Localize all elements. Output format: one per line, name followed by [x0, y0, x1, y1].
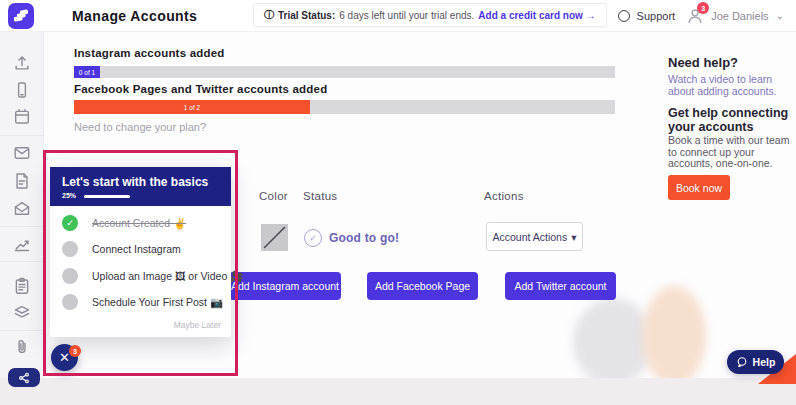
upload-icon	[13, 54, 31, 72]
todo-dot-icon	[62, 241, 78, 257]
check-icon: ✓	[309, 233, 317, 243]
paperclip-icon	[13, 338, 31, 356]
sidebar-item-paperclip[interactable]	[13, 338, 31, 356]
check-icon: ✓	[66, 218, 74, 228]
book-time-text: Book a time with our team to connect up …	[668, 135, 792, 170]
chat-bubble-icon	[736, 356, 748, 368]
caret-down-icon: ▾	[571, 231, 576, 243]
sidebar-item-upload[interactable]	[13, 54, 31, 72]
account-status-text: Good to go!	[329, 231, 399, 245]
illustration-peach-blob	[642, 286, 706, 386]
support-icon	[618, 10, 630, 22]
notifications-button[interactable]: 3	[686, 7, 704, 25]
maybe-later-link[interactable]: Maybe Later	[174, 320, 221, 330]
sidebar-item-layers[interactable]	[13, 304, 31, 322]
column-header-actions: Actions	[484, 190, 524, 202]
illustration-gray-blob	[573, 298, 653, 386]
checklist-item-label: Upload an Image 🖼 or Video 🎥	[92, 270, 243, 283]
topbar-right-group: Support 3 Joe Daniels ⌄	[618, 0, 784, 32]
instagram-progress-value: 0 of 1	[79, 69, 95, 76]
mobile-icon	[13, 81, 31, 99]
footer-band	[0, 378, 796, 405]
app-logo[interactable]	[8, 3, 34, 29]
sidebar-item-inbox[interactable]	[13, 200, 31, 218]
check-circle-icon: ✓	[62, 215, 78, 231]
trial-status-message: 6 days left until your trial ends.	[339, 10, 474, 21]
sidebar-item-analytics[interactable]	[13, 235, 31, 253]
clipboard-icon	[13, 277, 31, 295]
facebook-twitter-progress-bar: 1 of 2	[74, 100, 615, 114]
add-facebook-page-button[interactable]: Add Facebook Page	[367, 272, 478, 300]
inbox-icon	[13, 200, 31, 218]
column-header-status: Status	[303, 190, 337, 202]
checklist-percent: 25%	[62, 192, 76, 199]
sidebar-divider	[0, 226, 44, 227]
user-menu[interactable]: Joe Daniels	[711, 10, 768, 22]
no-color-diagonal-icon	[261, 224, 288, 251]
get-help-connecting-title: Get help connecting your accounts	[668, 106, 794, 134]
checklist-item-connect-instagram[interactable]: Connect Instagram	[50, 240, 231, 258]
analytics-icon	[13, 235, 31, 253]
page-title: Manage Accounts	[72, 0, 197, 32]
chevron-down-icon[interactable]: ⌄	[776, 11, 784, 21]
sidebar-item-mail[interactable]	[13, 144, 31, 162]
app-logo-icon	[12, 7, 30, 25]
add-twitter-account-button[interactable]: Add Twitter account	[505, 272, 616, 300]
top-bar: Manage Accounts ⓘ Trial Status: 6 days l…	[0, 0, 796, 32]
checklist-item-label: Connect Instagram	[92, 243, 181, 255]
status-check-icon: ✓	[304, 229, 322, 247]
need-help-title: Need help?	[668, 55, 794, 70]
trial-status-prefix: Trial Status:	[278, 10, 335, 21]
todo-dot-icon	[62, 294, 78, 310]
sidebar-item-document[interactable]	[13, 172, 31, 190]
checklist-title: Let's start with the basics	[62, 175, 208, 189]
sidebar-divider	[0, 135, 44, 136]
account-color-swatch[interactable]	[261, 224, 288, 251]
instagram-progress-bar: 0 of 1	[74, 66, 615, 78]
facebook-twitter-progress-label: Facebook Pages and Twitter accounts adde…	[74, 83, 327, 95]
watch-video-link[interactable]: Watch a video to learn about adding acco…	[668, 74, 790, 97]
sidebar-item-calendar[interactable]	[13, 108, 31, 126]
todo-dot-icon	[62, 268, 78, 284]
account-actions-label: Account Actions	[493, 231, 568, 243]
notification-badge: 3	[697, 2, 709, 14]
help-chat-button[interactable]: Help	[727, 350, 784, 374]
checklist-item-upload-media[interactable]: Upload an Image 🖼 or Video 🎥	[50, 267, 231, 285]
info-icon: ⓘ	[264, 8, 274, 22]
mail-icon	[13, 144, 31, 162]
checklist-item-schedule-post[interactable]: Schedule Your First Post 📷	[50, 293, 231, 311]
share-icon	[18, 372, 30, 384]
calendar-icon	[13, 108, 31, 126]
manage-accounts-page: Manage Accounts ⓘ Trial Status: 6 days l…	[0, 0, 796, 405]
sidebar-divider	[0, 261, 44, 262]
facebook-twitter-progress-fill: 1 of 2	[74, 100, 310, 114]
checklist-close-badge: 3	[69, 345, 81, 357]
account-actions-dropdown[interactable]: Account Actions ▾	[486, 222, 583, 251]
sidebar-item-clipboard[interactable]	[13, 277, 31, 295]
checklist-item-label: Account Created ✌️	[92, 217, 186, 230]
trial-status-banner: ⓘ Trial Status: 6 days left until your t…	[253, 3, 607, 27]
facebook-twitter-progress-value: 1 of 2	[184, 104, 200, 111]
sidebar-divider	[0, 330, 44, 331]
checklist-progress-line	[84, 195, 130, 198]
change-plan-link[interactable]: Need to change your plan?	[74, 121, 206, 133]
sidebar-item-mobile[interactable]	[13, 81, 31, 99]
onboarding-checklist: Let's start with the basics 25% ✓ Accoun…	[50, 167, 231, 337]
checklist-item-label: Schedule Your First Post 📷	[92, 296, 223, 309]
sidebar-nav	[0, 32, 44, 378]
share-button[interactable]	[8, 368, 40, 387]
add-instagram-account-button[interactable]: Add Instagram account	[229, 272, 341, 300]
add-credit-card-link[interactable]: Add a credit card now →	[478, 10, 595, 21]
instagram-progress-fill: 0 of 1	[74, 66, 100, 78]
column-header-color: Color	[259, 190, 288, 202]
layers-icon	[13, 304, 31, 322]
checklist-item-account-created[interactable]: ✓ Account Created ✌️	[50, 214, 231, 232]
instagram-progress-label: Instagram accounts added	[74, 47, 225, 59]
support-link[interactable]: Support	[637, 10, 676, 22]
checklist-header: Let's start with the basics 25%	[50, 167, 231, 206]
book-now-button[interactable]: Book now	[668, 175, 730, 200]
document-icon	[13, 172, 31, 190]
help-chat-label: Help	[753, 356, 776, 368]
